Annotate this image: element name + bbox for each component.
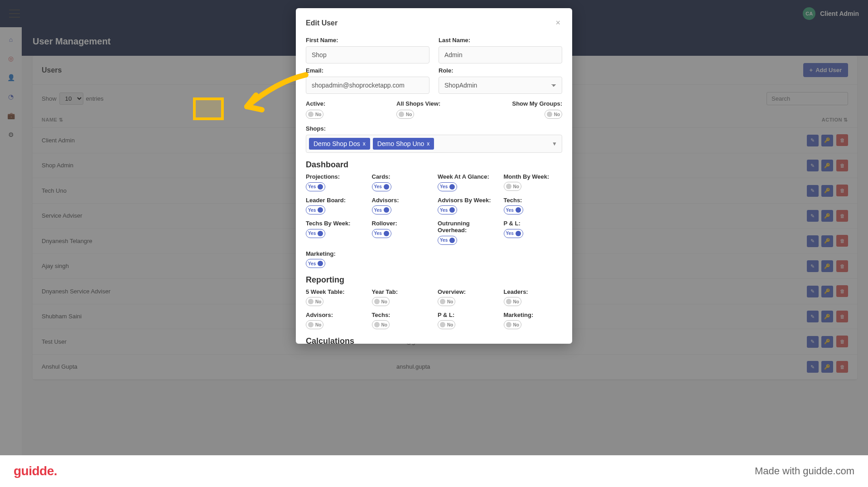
first-name-label: First Name: — [306, 37, 429, 44]
perm-item: Techs By Week: Yes — [306, 220, 365, 245]
perm-item: Overview: No — [438, 288, 497, 306]
shop-tag: Demo Shop Unox — [373, 138, 434, 150]
dashboard-section-title: Dashboard — [306, 160, 562, 170]
perm-label: Overview: — [438, 288, 497, 295]
perm-item: Advisors: Yes — [372, 197, 431, 215]
shops-input[interactable]: Demo Shop Dosx Demo Shop Unox ▼ — [306, 135, 562, 153]
last-name-field[interactable] — [439, 46, 562, 63]
perm-label: Year Tab: — [372, 288, 431, 295]
perm-label: Week At A Glance: — [438, 173, 497, 180]
calc-section-title: Calculations — [306, 336, 562, 344]
perm-item: Marketing: No — [504, 312, 563, 329]
perm-item: P & L: Yes — [504, 220, 563, 245]
showgroups-label: Show My Groups: — [505, 100, 562, 107]
perm-label: Leader Board: — [306, 197, 365, 204]
perm-label: Month By Week: — [504, 173, 563, 180]
perm-toggle[interactable]: No — [306, 320, 323, 329]
perm-toggle[interactable]: Yes — [306, 182, 325, 191]
showgroups-toggle[interactable]: No — [545, 110, 562, 119]
perm-toggle[interactable]: Yes — [504, 205, 523, 214]
tag-remove-icon[interactable]: x — [363, 141, 366, 147]
perm-label: 5 Week Table: — [306, 288, 365, 295]
perm-toggle[interactable]: No — [438, 320, 455, 329]
perm-toggle[interactable]: No — [372, 320, 390, 329]
active-label: Active: — [306, 100, 387, 107]
perm-toggle[interactable]: No — [372, 297, 390, 306]
email-label: Email: — [306, 67, 429, 74]
perm-item: Leader Board: Yes — [306, 197, 365, 215]
perm-label: Projections: — [306, 173, 365, 180]
perm-toggle[interactable]: Yes — [306, 205, 325, 214]
perm-toggle[interactable]: Yes — [372, 205, 391, 214]
perm-item: Techs: No — [372, 312, 431, 329]
active-toggle[interactable]: No — [306, 110, 323, 119]
modal-title: Edit User — [306, 19, 338, 27]
perm-item: Projections: Yes — [306, 173, 365, 191]
perm-item: Month By Week: No — [504, 173, 563, 191]
perm-label: Cards: — [372, 173, 431, 180]
perm-item: Outrunning Overhead: Yes — [438, 220, 497, 245]
perm-item: 5 Week Table: No — [306, 288, 365, 306]
role-select[interactable]: ShopAdmin — [439, 77, 562, 94]
made-with-label: Made with guidde.com — [755, 465, 854, 477]
shops-label: Shops: — [306, 125, 562, 132]
perm-label: P & L: — [504, 220, 563, 227]
perm-item: Advisors By Week: Yes — [438, 197, 497, 215]
allshops-label: All Shops View: — [396, 100, 496, 107]
chevron-down-icon[interactable]: ▼ — [552, 141, 557, 147]
perm-label: Advisors: — [372, 197, 431, 204]
perm-toggle[interactable]: No — [504, 320, 521, 329]
perm-toggle[interactable]: No — [438, 297, 455, 306]
perm-label: Techs: — [504, 197, 563, 204]
perm-item: Techs: Yes — [504, 197, 563, 215]
close-icon[interactable]: × — [554, 16, 562, 29]
allshops-toggle[interactable]: No — [396, 110, 414, 119]
perm-item: Year Tab: No — [372, 288, 431, 306]
perm-item: Rollover: Yes — [372, 220, 431, 245]
perm-toggle[interactable]: Yes — [504, 229, 523, 238]
first-name-field[interactable] — [306, 46, 429, 63]
perm-toggle[interactable]: Yes — [438, 205, 457, 214]
perm-toggle[interactable]: Yes — [306, 259, 325, 268]
edit-user-modal: Edit User × First Name: Last Name: Email… — [296, 8, 572, 344]
perm-toggle[interactable]: Yes — [306, 229, 325, 238]
perm-toggle[interactable]: Yes — [438, 236, 457, 245]
perm-toggle[interactable]: No — [306, 297, 323, 306]
perm-item: P & L: No — [438, 312, 497, 329]
perm-label: Outrunning Overhead: — [438, 220, 497, 234]
tag-remove-icon[interactable]: x — [427, 141, 429, 147]
perm-label: Marketing: — [306, 250, 365, 257]
perm-toggle[interactable]: No — [504, 297, 521, 306]
perm-toggle[interactable]: Yes — [372, 182, 391, 191]
perm-label: P & L: — [438, 312, 497, 318]
email-field[interactable] — [306, 77, 429, 94]
last-name-label: Last Name: — [439, 37, 562, 44]
role-label: Role: — [439, 67, 562, 74]
shop-tag: Demo Shop Dosx — [309, 138, 370, 150]
perm-toggle[interactable]: Yes — [372, 229, 391, 238]
perm-toggle[interactable]: Yes — [438, 182, 457, 191]
perm-label: Rollover: — [372, 220, 431, 227]
perm-label: Advisors By Week: — [438, 197, 497, 204]
guidde-logo: guidde. — [14, 464, 57, 478]
perm-item: Advisors: No — [306, 312, 365, 329]
perm-item: Cards: Yes — [372, 173, 431, 191]
perm-label: Leaders: — [504, 288, 563, 295]
perm-label: Advisors: — [306, 312, 365, 318]
perm-item: Leaders: No — [504, 288, 563, 306]
perm-item: Marketing: Yes — [306, 250, 365, 268]
perm-label: Marketing: — [504, 312, 563, 318]
perm-label: Techs By Week: — [306, 220, 365, 227]
perm-label: Techs: — [372, 312, 431, 318]
footer-band: guidde. Made with guidde.com — [0, 455, 868, 487]
perm-item: Week At A Glance: Yes — [438, 173, 497, 191]
reporting-section-title: Reporting — [306, 275, 562, 285]
perm-toggle[interactable]: No — [504, 182, 521, 191]
